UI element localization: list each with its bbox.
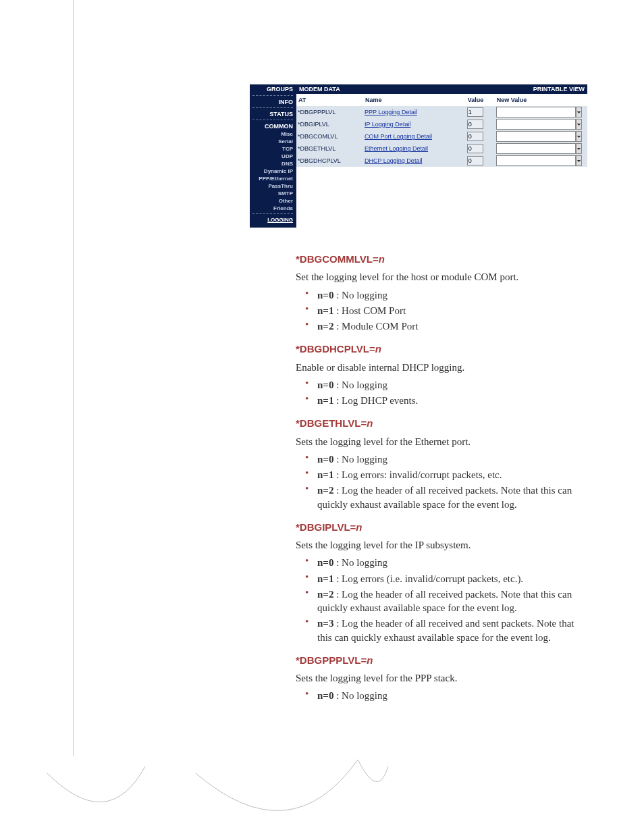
sidebar-item[interactable]: SMTP	[250, 190, 296, 197]
newvalue-input[interactable]	[496, 107, 576, 118]
newvalue-input[interactable]	[496, 119, 576, 130]
command-description: Set the logging level for the host or mo…	[296, 270, 586, 284]
footer-decoration	[0, 753, 644, 834]
command-heading: *DBGPPPLVL=n	[296, 654, 586, 667]
command-heading: *DBGCOMMLVL=n	[296, 253, 586, 266]
command-heading: *DBGIPLVL=n	[296, 521, 586, 534]
cell-name-link[interactable]: DHCP Logging Detail	[363, 155, 466, 167]
option-list: n=0 : No loggingn=1 : Log errors (i.e. i…	[296, 556, 586, 644]
chevron-down-icon[interactable]	[576, 155, 582, 166]
newvalue-input[interactable]	[496, 131, 576, 142]
banner-left-label: MODEM DATA	[299, 86, 340, 93]
command-heading: *DBGDHCPLVL=n	[296, 342, 586, 356]
newvalue-input[interactable]	[496, 155, 576, 166]
panel-banner: MODEM DATA PRINTABLE VIEW	[296, 84, 587, 94]
sidebar-item[interactable]: PPP/Ethernet	[250, 175, 296, 182]
sidebar-item[interactable]: TCP	[250, 145, 296, 153]
value-input[interactable]	[467, 107, 483, 117]
chevron-down-icon[interactable]	[576, 119, 582, 130]
cell-name-link[interactable]: COM Port Logging Detail	[363, 130, 466, 142]
value-input[interactable]	[467, 144, 483, 153]
cell-at: *DBGPPPLVL	[296, 106, 363, 118]
option-list: n=0 : No loggingn=1 : Log errors: invali…	[296, 452, 586, 511]
sidebar-separator	[252, 120, 293, 121]
value-input[interactable]	[467, 132, 483, 141]
sidebar-item[interactable]: DNS	[250, 160, 296, 167]
col-newvalue: New Value	[495, 94, 587, 106]
vertical-divider	[73, 0, 74, 756]
sidebar-separator	[252, 107, 293, 109]
newvalue-input[interactable]	[496, 143, 576, 154]
sidebar-item[interactable]: Friends	[250, 205, 296, 212]
table-row: *DBGDHCPLVLDHCP Logging Detail	[296, 155, 587, 167]
sidebar-item[interactable]: Serial	[250, 138, 296, 145]
option-item: n=2 : Log the header of all received pac…	[313, 484, 586, 511]
sidebar-item[interactable]: Misc	[250, 130, 296, 138]
cell-name-link[interactable]: Ethernet Logging Detail	[363, 142, 466, 155]
table-row: *DBGETHLVLEthernet Logging Detail	[296, 142, 587, 155]
command-heading: *DBGETHLVL=n	[296, 417, 586, 430]
option-item: n=0 : No logging	[313, 452, 586, 466]
chevron-down-icon[interactable]	[576, 107, 582, 118]
document-body: *DBGCOMMLVL=nSet the logging level for t…	[296, 243, 586, 707]
command-description: Sets the logging level for the IP subsys…	[296, 538, 586, 552]
option-item: n=0 : No logging	[313, 556, 586, 569]
logging-table: AT Name Value New Value *DBGPPPLVLPPP Lo…	[296, 94, 587, 167]
cell-at: *DBGETHLVL	[296, 142, 363, 155]
value-input[interactable]	[467, 120, 483, 129]
cell-name-link[interactable]: IP Logging Detail	[363, 118, 466, 130]
sidebar-separator	[252, 213, 293, 215]
option-item: n=2 : Log the header of all received pac…	[313, 588, 586, 615]
sidebar-header: GROUPS	[250, 84, 296, 94]
chevron-down-icon[interactable]	[576, 143, 582, 154]
command-description: Sets the logging level for the Ethernet …	[296, 435, 586, 448]
col-at: AT	[296, 94, 363, 106]
table-row: *DBGIPLVLIP Logging Detail	[296, 118, 587, 130]
sidebar-item[interactable]: UDP	[250, 153, 296, 160]
table-row: *DBGPPPLVLPPP Logging Detail	[296, 106, 587, 118]
sidebar: GROUPS INFOSTATUSCOMMONMiscSerialTCPUDPD…	[250, 84, 296, 228]
value-input[interactable]	[467, 156, 483, 165]
command-description: Sets the logging level for the PPP stack…	[296, 671, 586, 685]
printable-view-link[interactable]: PRINTABLE VIEW	[533, 86, 585, 93]
sidebar-separator	[252, 95, 293, 97]
sidebar-item[interactable]: PassThru	[250, 182, 296, 190]
option-item: n=0 : No logging	[313, 288, 586, 302]
option-item: n=1 : Host COM Port	[313, 304, 586, 317]
cell-name-link[interactable]: PPP Logging Detail	[363, 106, 466, 118]
option-item: n=2 : Module COM Port	[313, 319, 586, 333]
cell-at: *DBGDHCPLVL	[296, 155, 363, 167]
chevron-down-icon[interactable]	[576, 131, 582, 142]
option-list: n=0 : No loggingn=1 : Host COM Portn=2 :…	[296, 288, 586, 334]
option-item: n=0 : No logging	[313, 378, 586, 392]
sidebar-item[interactable]: Other	[250, 197, 296, 205]
modem-config-panel: GROUPS INFOSTATUSCOMMONMiscSerialTCPUDPD…	[250, 84, 587, 228]
option-item: n=1 : Log DHCP events.	[313, 394, 586, 407]
option-item: n=1 : Log errors (i.e. invalid/corrupt p…	[313, 572, 586, 585]
table-row: *DBGCOMLVLCOM Port Logging Detail	[296, 130, 587, 142]
option-list: n=0 : No logging	[296, 689, 586, 702]
sidebar-item[interactable]: INFO	[250, 98, 296, 106]
option-list: n=0 : No loggingn=1 : Log DHCP events.	[296, 378, 586, 408]
sidebar-item[interactable]: Dynamic IP	[250, 167, 296, 175]
sidebar-item[interactable]: COMMON	[250, 122, 296, 130]
option-item: n=0 : No logging	[313, 689, 586, 702]
command-description: Enable or disable internal DHCP logging.	[296, 361, 586, 374]
col-value: Value	[466, 94, 495, 106]
cell-at: *DBGIPLVL	[296, 118, 363, 130]
col-name: Name	[363, 94, 466, 106]
sidebar-item[interactable]: LOGGING	[250, 216, 296, 224]
option-item: n=3 : Log the header of all received and…	[313, 617, 586, 644]
sidebar-item[interactable]: STATUS	[250, 110, 296, 118]
option-item: n=1 : Log errors: invalid/corrupt packet…	[313, 468, 586, 481]
cell-at: *DBGCOMLVL	[296, 130, 363, 142]
